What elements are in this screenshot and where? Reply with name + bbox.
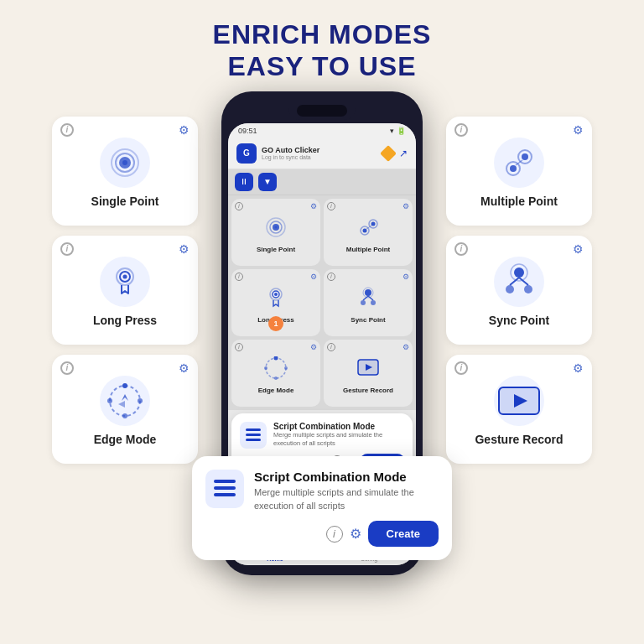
- gesture-record-label: Gesture Record: [475, 433, 563, 446]
- svg-point-8: [122, 383, 127, 388]
- pause-button[interactable]: ⏸: [235, 173, 253, 191]
- svg-point-39: [510, 165, 517, 172]
- cell-gear-icon[interactable]: ⚙: [310, 202, 317, 210]
- svg-rect-35: [246, 428, 261, 431]
- phone-cell-multiple-point[interactable]: i ⚙ Multiple: [324, 199, 413, 266]
- card-edge-mode[interactable]: i ⚙ Edge Mode: [52, 355, 198, 464]
- cell-multiple-point-label: Multiple Point: [346, 246, 390, 253]
- single-point-icon-area: [100, 138, 150, 188]
- info-icon: i: [454, 361, 468, 375]
- app-name: GO Auto Clicker: [262, 146, 319, 154]
- svg-point-27: [266, 358, 286, 378]
- phone-header: G GO Auto Clicker Log in to sync data ↗: [228, 138, 416, 169]
- svg-point-15: [275, 226, 278, 229]
- right-panel: i ⚙ Multiple Point i ⚙: [439, 117, 599, 464]
- svg-point-44: [524, 285, 532, 293]
- gesture-record-svg: [497, 384, 541, 418]
- sync-point-svg: [500, 262, 538, 301]
- svg-rect-37: [246, 439, 261, 441]
- card-long-press[interactable]: i ⚙ Long Press: [52, 236, 198, 345]
- phone-notch-inner: [297, 105, 347, 117]
- page-title: ENRICH MODES EASY TO USE: [0, 0, 644, 83]
- svg-point-25: [371, 300, 376, 305]
- svg-rect-50: [214, 486, 236, 490]
- svg-rect-51: [214, 493, 236, 496]
- cell-info-icon: i: [235, 202, 243, 210]
- multiple-point-label: Multiple Point: [480, 195, 558, 208]
- cell-gear-icon[interactable]: ⚙: [310, 273, 317, 281]
- app-logo: G: [236, 143, 257, 164]
- down-button[interactable]: ▼: [258, 173, 277, 191]
- svg-point-3: [122, 160, 127, 165]
- gear-icon[interactable]: ⚙: [573, 123, 584, 137]
- cell-gear-icon[interactable]: ⚙: [402, 202, 409, 210]
- sync-point-icon-area: [494, 257, 544, 307]
- cell-multiple-point-icon: [353, 212, 383, 242]
- cell-edge-mode-icon: [261, 353, 291, 383]
- modal-desc: Merge multiple scripts and simulate the …: [273, 431, 404, 448]
- svg-point-17: [363, 229, 367, 233]
- cell-info-icon: i: [235, 273, 243, 281]
- page-wrapper: ENRICH MODES EASY TO USE i ⚙ Single Poin…: [0, 0, 644, 575]
- gear-icon[interactable]: ⚙: [573, 361, 584, 375]
- cell-edge-mode-label: Edge Mode: [258, 387, 294, 394]
- phone-status-bar: 09:51 ▾ 🔋: [228, 123, 416, 138]
- share-icon[interactable]: ↗: [399, 148, 408, 159]
- card-gesture-record[interactable]: i ⚙ Gesture Record: [446, 355, 592, 464]
- gear-icon[interactable]: ⚙: [573, 242, 584, 256]
- phone-cell-edge-mode[interactable]: i ⚙ Edge Mode: [231, 340, 320, 407]
- info-icon: i: [454, 123, 468, 137]
- title-line1: ENRICH MODES: [0, 18, 644, 50]
- long-press-label: Long Press: [93, 314, 157, 327]
- cell-single-point-icon: [261, 212, 291, 242]
- modal-title: Script Combination Mode: [273, 422, 404, 431]
- modal-icon: [240, 422, 267, 449]
- info-icon: i: [454, 242, 468, 256]
- phone-status-icons: ▾ 🔋: [390, 127, 406, 135]
- single-point-svg: [108, 146, 142, 179]
- long-press-svg: [108, 265, 142, 299]
- card-sync-point[interactable]: i ⚙ Sync Point: [446, 236, 592, 345]
- cell-sync-point-icon: [353, 283, 383, 313]
- cell-single-point-label: Single Point: [257, 246, 295, 253]
- phone-cell-sync-point[interactable]: i ⚙ Sync Poin: [324, 269, 413, 336]
- multiple-point-icon-area: [494, 138, 544, 188]
- phone-header-left: G GO Auto Clicker Log in to sync data: [236, 143, 319, 164]
- svg-point-22: [274, 293, 278, 296]
- phone-header-right: ↗: [382, 148, 408, 159]
- edge-mode-label: Edge Mode: [94, 433, 157, 446]
- overlay-create-button[interactable]: Create: [368, 521, 439, 547]
- badge-orange: 1: [268, 316, 283, 331]
- overlay-modal-actions: i ⚙ Create: [205, 521, 439, 547]
- modal-text: Script Combination Mode Merge multiple s…: [273, 422, 404, 448]
- svg-point-10: [122, 413, 127, 418]
- phone-toolbar: ⏸ ▼: [228, 169, 416, 195]
- card-multiple-point[interactable]: i ⚙ Multiple Point: [446, 117, 592, 226]
- overlay-modal-text: Script Combination Mode Merge multiple s…: [254, 470, 439, 512]
- cell-gesture-record-icon: [353, 353, 383, 383]
- svg-rect-49: [214, 480, 236, 483]
- gear-icon[interactable]: ⚙: [179, 242, 190, 256]
- cell-gear-icon[interactable]: ⚙: [310, 343, 317, 351]
- cell-info-icon: i: [235, 343, 243, 351]
- phone-cell-gesture-record[interactable]: i ⚙ Gesture Record: [324, 340, 413, 407]
- info-icon: i: [60, 361, 74, 375]
- phone-grid: i ⚙ Single Point: [228, 195, 416, 410]
- cell-gear-icon[interactable]: ⚙: [402, 273, 409, 281]
- card-single-point[interactable]: i ⚙ Single Point: [52, 117, 198, 226]
- svg-point-23: [365, 289, 371, 296]
- app-sub: Log in to sync data: [262, 154, 319, 160]
- diamond-icon: [380, 145, 397, 162]
- gear-icon[interactable]: ⚙: [179, 123, 190, 137]
- phone-cell-single-point[interactable]: i ⚙ Single Point: [231, 199, 320, 266]
- modal-top: Script Combination Mode Merge multiple s…: [240, 422, 404, 449]
- overlay-modal-icon: [205, 470, 244, 508]
- overlay-modal-title: Script Combination Mode: [254, 470, 439, 484]
- overlay-gear-icon[interactable]: ⚙: [350, 526, 361, 542]
- svg-point-29: [284, 366, 288, 370]
- cell-gear-icon[interactable]: ⚙: [402, 343, 409, 351]
- phone-cell-long-press[interactable]: i ⚙ 1 Long Press: [231, 269, 320, 336]
- app-name-block: GO Auto Clicker Log in to sync data: [262, 146, 319, 160]
- gear-icon[interactable]: ⚙: [179, 361, 190, 375]
- svg-point-6: [123, 274, 127, 278]
